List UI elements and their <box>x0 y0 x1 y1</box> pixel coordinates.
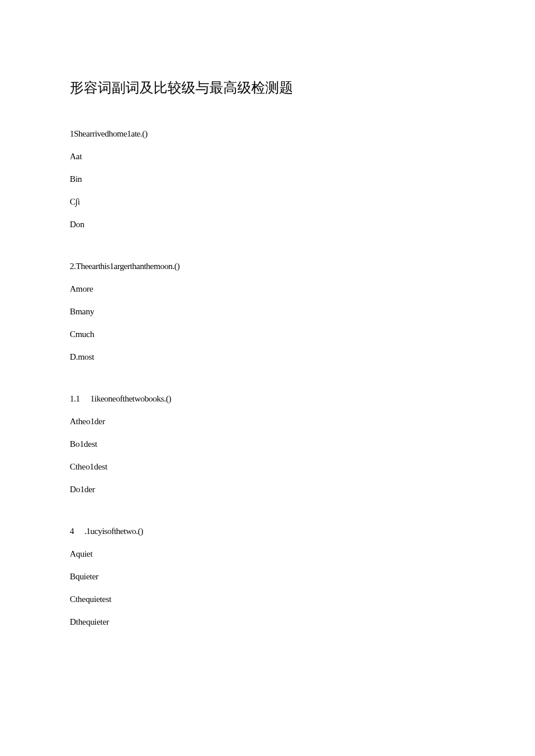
question-2-option-a: Amore <box>70 284 465 294</box>
question-2-option-d: D.most <box>70 352 465 362</box>
question-1-option-d: Don <box>70 220 465 230</box>
question-3-option-a: Atheo1der <box>70 417 465 427</box>
question-4-text: 4.1ucyisofthetwo.() <box>70 526 465 536</box>
question-4-number: 4 <box>70 526 74 536</box>
question-1: 1Shearrivedhome1ate.() Aat Bin C∫i Don <box>70 129 465 230</box>
question-4-option-b: Bquieter <box>70 572 465 582</box>
question-4-option-c: Cthequietest <box>70 594 465 604</box>
question-3-stem: 1ikeoneofthetwobooks.() <box>90 394 171 403</box>
question-3-number: 1.1 <box>70 394 80 404</box>
question-2: 2.Theearthis1argerthanthemoon.() Amore B… <box>70 261 465 362</box>
question-1-option-b: Bin <box>70 174 465 184</box>
question-2-option-b: Bmany <box>70 307 465 317</box>
document-title: 形容词副词及比较级与最高级检测题 <box>70 78 465 97</box>
question-4-stem: .1ucyisofthetwo.() <box>84 526 143 536</box>
question-3-option-d: Do1der <box>70 485 465 495</box>
question-1-option-c: C∫i <box>70 197 465 207</box>
question-2-option-c: Cmuch <box>70 329 465 339</box>
question-4-option-d: Dthequieter <box>70 617 465 627</box>
question-4: 4.1ucyisofthetwo.() Aquiet Bquieter Cthe… <box>70 526 465 627</box>
question-3: 1.11ikeoneofthetwobooks.() Atheo1der Bo1… <box>70 394 465 495</box>
question-4-option-a: Aquiet <box>70 549 465 559</box>
question-1-option-a: Aat <box>70 152 465 162</box>
question-3-option-b: Bo1dest <box>70 439 465 449</box>
question-3-option-c: Ctheo1dest <box>70 462 465 472</box>
question-3-text: 1.11ikeoneofthetwobooks.() <box>70 394 465 404</box>
question-1-text: 1Shearrivedhome1ate.() <box>70 129 465 139</box>
question-2-text: 2.Theearthis1argerthanthemoon.() <box>70 261 465 271</box>
